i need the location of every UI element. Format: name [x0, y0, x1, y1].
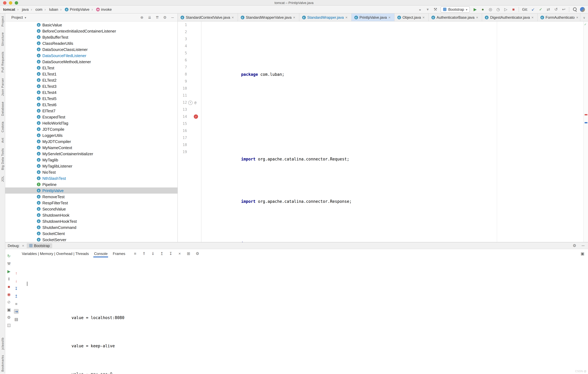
mute-breakpoints-icon[interactable]: ⊘: [6, 299, 11, 304]
gutter-line[interactable]: 9: [178, 78, 201, 85]
scroll-up-icon[interactable]: ⇑: [142, 251, 147, 256]
editor-tab[interactable]: DigestAuthenticator.java: [482, 13, 538, 21]
gutter-line[interactable]: 11: [178, 92, 201, 99]
resume-icon[interactable]: ▶: [6, 269, 11, 274]
project-tree-item[interactable]: MyJDTCompiler: [5, 138, 178, 144]
stop-icon[interactable]: ■: [6, 284, 11, 289]
tool-window-button[interactable]: Ant: [1, 138, 4, 143]
gutter-line[interactable]: 2: [178, 29, 201, 36]
project-tree-item[interactable]: NioTest: [5, 169, 178, 175]
debug-console[interactable]: value = localhost:8080 value = keep-aliv…: [19, 258, 588, 374]
debug-tab[interactable]: Variables | Memory | Overhead | Threads: [21, 250, 90, 257]
debug-tab[interactable]: Frames: [112, 250, 126, 257]
profile-avatar[interactable]: [580, 7, 585, 12]
git-compare-icon[interactable]: ⇄: [546, 7, 551, 12]
project-tree-item[interactable]: JDTCompile: [5, 126, 178, 132]
project-tree-item[interactable]: MyNameContext: [5, 144, 178, 151]
close-session-icon[interactable]: [22, 243, 24, 248]
breadcrumb-item[interactable]: luban: [42, 7, 58, 11]
gutter-line[interactable]: 13: [178, 106, 201, 113]
project-tree-item[interactable]: ELTest2: [5, 77, 178, 83]
git-update-icon[interactable]: ↙: [531, 7, 536, 12]
gutter-line[interactable]: 17: [178, 134, 201, 142]
print-icon[interactable]: ▤: [14, 317, 19, 322]
project-tree-item[interactable]: Pipeline: [5, 181, 178, 187]
chevron-down-icon[interactable]: [24, 15, 26, 20]
project-tree-item[interactable]: DataSourceMethodListener: [5, 59, 178, 65]
step-over-icon[interactable]: ⇥: [14, 309, 19, 314]
project-tree-item[interactable]: MyServletContainerInitializer: [5, 151, 178, 157]
gutter-line[interactable]: 8: [178, 71, 201, 78]
debug-settings-icon[interactable]: ⚙: [6, 315, 11, 320]
stop-icon[interactable]: ■: [511, 7, 516, 12]
editor-tab[interactable]: FormAuthenticato: [538, 13, 582, 21]
project-tree-item[interactable]: HelloWorldTag: [5, 120, 178, 126]
pin-icon[interactable]: ◫: [6, 323, 11, 327]
project-tree-item[interactable]: ShutdwnCommand: [5, 224, 178, 230]
gutter-line[interactable]: 7: [178, 64, 201, 71]
grid-icon[interactable]: ⊞: [186, 251, 191, 256]
project-tree-item[interactable]: SocketClient: [5, 230, 178, 237]
tool-window-button[interactable]: Project: [1, 16, 4, 27]
project-tree-item[interactable]: DataSourceFiledListener: [5, 52, 178, 59]
debug-session-tab[interactable]: Bootstrap: [27, 243, 52, 248]
editor-tab[interactable]: AuthenticatorBase.java: [429, 13, 482, 21]
step-into-icon[interactable]: ↧: [14, 286, 19, 291]
project-tree-item[interactable]: ELTest4: [5, 89, 178, 95]
tool-window-button[interactable]: Structure: [1, 32, 4, 46]
project-tree-item[interactable]: ByteBufferTest: [5, 34, 178, 40]
hide-icon[interactable]: ─: [581, 243, 586, 248]
minimize-window-icon[interactable]: [9, 1, 12, 5]
project-tree-item[interactable]: ELTest1: [5, 71, 178, 77]
gutter-line[interactable]: 12: [178, 99, 201, 106]
gutter-line[interactable]: 1: [178, 21, 201, 29]
move-to-bottom-icon[interactable]: ↧: [168, 251, 173, 256]
editor-tab[interactable]: StandardContextValve.java: [178, 13, 238, 21]
git-rollback-icon[interactable]: ↩: [561, 7, 566, 12]
tool-window-button[interactable]: Pull Requests: [1, 51, 4, 72]
project-tree-item[interactable]: EscapedTest: [5, 114, 178, 120]
tab-close-icon[interactable]: [388, 15, 391, 20]
tab-close-icon[interactable]: [422, 15, 426, 20]
gutter-line[interactable]: 10: [178, 85, 201, 92]
gutter-line[interactable]: 16: [178, 127, 201, 134]
run-with-profiler-icon[interactable]: ▷: [504, 7, 508, 12]
restore-layout-icon[interactable]: ▣: [580, 251, 585, 256]
project-tree-item[interactable]: NthSlashTest: [5, 175, 178, 181]
project-tree-item[interactable]: ShutdownHook: [5, 212, 178, 218]
debug-bug-icon[interactable]: ●: [480, 7, 485, 12]
project-tree-item[interactable]: SocketServer: [5, 237, 178, 242]
git-commit-icon[interactable]: ✓: [538, 7, 543, 12]
dropdown-caret-icon[interactable]: ▾: [425, 7, 430, 12]
tab-close-icon[interactable]: [476, 15, 479, 20]
profiler-icon[interactable]: ◷: [496, 7, 501, 12]
tab-close-icon[interactable]: [345, 15, 348, 20]
gutter-line[interactable]: 19: [178, 149, 201, 156]
project-tree-item[interactable]: BeforeContextInitializedContainerListene…: [5, 28, 178, 34]
breadcrumb-item[interactable]: invoke: [89, 7, 112, 11]
project-tree-item[interactable]: SecondValue: [5, 206, 178, 212]
tool-window-button[interactable]: Json Parser: [1, 78, 4, 96]
threads-view-icon[interactable]: ≡: [14, 301, 19, 306]
collapse-all-icon[interactable]: ⇊: [147, 15, 152, 20]
breadcrumb-item[interactable]: tomcat: [3, 7, 15, 11]
project-tree-item[interactable]: PrintIpValve: [5, 187, 178, 194]
gutter-line[interactable]: 6: [178, 57, 201, 64]
view-breakpoints-icon[interactable]: ◉: [6, 292, 11, 297]
project-tree-item[interactable]: ELTest5: [5, 95, 178, 101]
code-area[interactable]: package com.luban; import org.apache.cat…: [201, 21, 588, 242]
git-history-icon[interactable]: ↺: [554, 7, 558, 12]
gutter-line[interactable]: 5: [178, 50, 201, 57]
project-tree-item[interactable]: LoggerUtils: [5, 132, 178, 138]
thread-dump-camera-icon[interactable]: ▣: [6, 307, 11, 312]
gutter-line[interactable]: 14: [178, 113, 201, 120]
tool-window-button[interactable]: Big Data Tools: [1, 148, 4, 170]
hide-panel-icon[interactable]: ─: [170, 15, 175, 20]
editor-tab[interactable]: StandardWrapperValve.java: [238, 13, 299, 21]
build-hammer-icon[interactable]: ⚒: [433, 7, 438, 12]
frame-down-icon[interactable]: ↓: [14, 278, 19, 283]
tab-close-icon[interactable]: [232, 15, 235, 20]
tab-close-icon[interactable]: [293, 15, 296, 20]
gutter-line[interactable]: 18: [178, 142, 201, 149]
coverage-icon[interactable]: ◎: [488, 7, 493, 12]
